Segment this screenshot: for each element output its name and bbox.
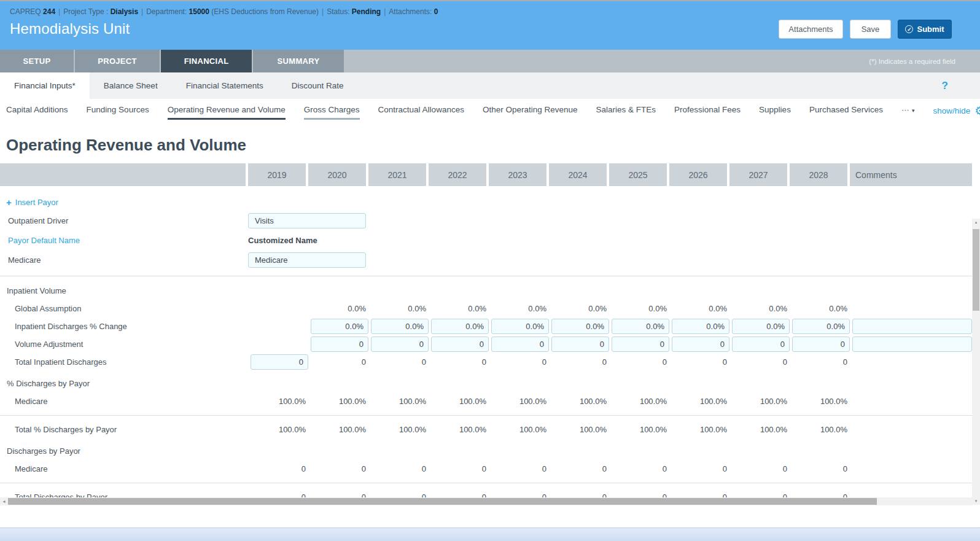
readonly-value: 100.0%: [820, 397, 850, 406]
year-cell: 0: [429, 464, 489, 473]
readonly-value: 0.0%: [528, 304, 549, 313]
year-cell: [308, 337, 368, 352]
attachments-count: 0: [434, 7, 438, 16]
submit-button[interactable]: ✓Submit: [898, 20, 952, 39]
scroll-down-arrow-icon[interactable]: ▾: [972, 499, 980, 504]
readonly-value: 100.0%: [339, 397, 368, 406]
tab-project[interactable]: PROJECT: [75, 50, 160, 72]
comment-input[interactable]: [852, 319, 972, 334]
horizontal-scrollbar[interactable]: ◂: [0, 497, 972, 505]
tab-financial[interactable]: FINANCIAL: [161, 50, 252, 72]
year-cell: 0: [368, 464, 429, 473]
subtab-balance-sheet[interactable]: Balance Sheet: [90, 72, 172, 99]
readonly-value: 100.0%: [820, 425, 850, 434]
row-divider: [0, 276, 980, 276]
value-input[interactable]: [311, 319, 368, 334]
readonly-value: 100.0%: [399, 397, 429, 406]
value-input[interactable]: [371, 319, 429, 334]
check-circle-icon: ✓: [905, 25, 913, 33]
scroll-left-arrow-icon[interactable]: ◂: [1, 497, 7, 505]
payor-customized-name-input[interactable]: [248, 252, 366, 268]
row-label: Total Inpatient Discharges: [0, 357, 248, 367]
year-header: 2020: [308, 163, 366, 186]
attachments-label: Attachments:: [389, 7, 432, 16]
section-row: Inpatient Volume: [0, 281, 980, 300]
show-hide-group: show/hide ⚙: [933, 105, 980, 117]
year-cell: 100.0%: [609, 397, 669, 406]
nav-funding-sources[interactable]: Funding Sources: [87, 105, 149, 118]
value-input[interactable]: [732, 337, 790, 352]
readonly-value: 0.0%: [709, 304, 729, 313]
value-input[interactable]: [551, 337, 609, 352]
value-input[interactable]: [551, 319, 609, 334]
save-button[interactable]: Save: [850, 20, 891, 39]
value-input[interactable]: [431, 319, 489, 334]
tab-summary[interactable]: SUMMARY: [253, 50, 344, 72]
value-input[interactable]: [612, 319, 669, 334]
customized-name-label: Customized Name: [248, 236, 317, 245]
value-input[interactable]: [311, 337, 368, 352]
readonly-value: 100.0%: [519, 425, 549, 434]
value-input[interactable]: [431, 337, 489, 352]
vertical-scroll-thumb[interactable]: [973, 229, 979, 311]
year-header-row: 2019 2020 2021 2022 2023 2024 2025 2026 …: [0, 163, 980, 186]
horizontal-scroll-thumb[interactable]: [8, 498, 877, 505]
subtab-financial-inputs[interactable]: Financial Inputs*: [0, 72, 90, 99]
value-input[interactable]: [491, 337, 549, 352]
scroll-up-arrow-icon[interactable]: ▴: [972, 220, 980, 225]
year-cell: 0: [549, 357, 609, 367]
readonly-value: 0.0%: [348, 304, 368, 313]
readonly-value: 0: [783, 464, 790, 473]
value-input[interactable]: [732, 319, 790, 334]
subtab-financial-statements[interactable]: Financial Statements: [172, 72, 278, 99]
attachments-button[interactable]: Attachments: [779, 20, 843, 39]
nav-salaries-ftes[interactable]: Salaries & FTEs: [596, 105, 656, 118]
payor-default-name-value: Medicare: [0, 255, 248, 265]
nav-gross-charges[interactable]: Gross Charges: [304, 105, 360, 120]
year-cell: 100.0%: [308, 397, 368, 406]
nav-purchased-services[interactable]: Purchased Services: [809, 105, 883, 118]
year-cell: [489, 319, 549, 334]
department-note: (EHS Deductions from Revenue): [211, 7, 319, 16]
vertical-scrollbar[interactable]: ▴ ▾: [972, 219, 980, 505]
nav-professional-fees[interactable]: Professional Fees: [674, 105, 741, 118]
nav-contractual-allowances[interactable]: Contractual Allowances: [378, 105, 464, 118]
payor-default-name-link[interactable]: Payor Default Name: [0, 236, 248, 245]
year-cell: [669, 319, 729, 334]
outpatient-driver-input[interactable]: [248, 213, 366, 228]
value-input[interactable]: [792, 319, 850, 334]
comment-input[interactable]: [852, 337, 972, 352]
value-input[interactable]: [251, 354, 308, 370]
value-input[interactable]: [371, 337, 429, 352]
department-value: 15000: [189, 7, 209, 16]
nav-more-dropdown[interactable]: ···▾: [901, 105, 915, 114]
data-row: Total Inpatient Discharges000000000: [0, 353, 980, 371]
year-cell: 100.0%: [368, 425, 429, 434]
year-cell: 100.0%: [729, 397, 790, 406]
year-cell: 0: [368, 357, 429, 367]
value-input[interactable]: [612, 337, 669, 352]
nav-other-operating-revenue[interactable]: Other Operating Revenue: [483, 105, 578, 118]
nav-capital-additions[interactable]: Capital Additions: [6, 105, 68, 118]
value-input[interactable]: [491, 319, 549, 334]
readonly-value: 0: [783, 357, 790, 367]
help-icon[interactable]: ?: [942, 72, 948, 99]
year-cell: 0.0%: [609, 304, 669, 313]
subtab-discount-rate[interactable]: Discount Rate: [278, 72, 358, 99]
nav-operating-revenue-and-volume[interactable]: Operating Revenue and Volume: [168, 105, 286, 120]
grid-rows: Inpatient VolumeGlobal Assumption0.0%0.0…: [0, 276, 980, 506]
show-hide-link[interactable]: show/hide: [933, 106, 970, 115]
value-input[interactable]: [792, 337, 850, 352]
gear-icon[interactable]: ⚙: [974, 105, 980, 117]
tab-setup[interactable]: SETUP: [0, 50, 74, 72]
data-row: Medicare100.0%100.0%100.0%100.0%100.0%10…: [0, 392, 980, 410]
value-input[interactable]: [672, 319, 729, 334]
year-cell: 0: [429, 357, 489, 367]
nav-supplies[interactable]: Supplies: [759, 105, 791, 118]
insert-payor-link[interactable]: Insert Payor: [15, 198, 58, 207]
year-cell: 0.0%: [729, 304, 790, 313]
row-label: Global Assumption: [0, 304, 248, 313]
chevron-down-icon: ▾: [912, 107, 915, 114]
year-header: 2026: [669, 163, 727, 186]
value-input[interactable]: [672, 337, 729, 352]
